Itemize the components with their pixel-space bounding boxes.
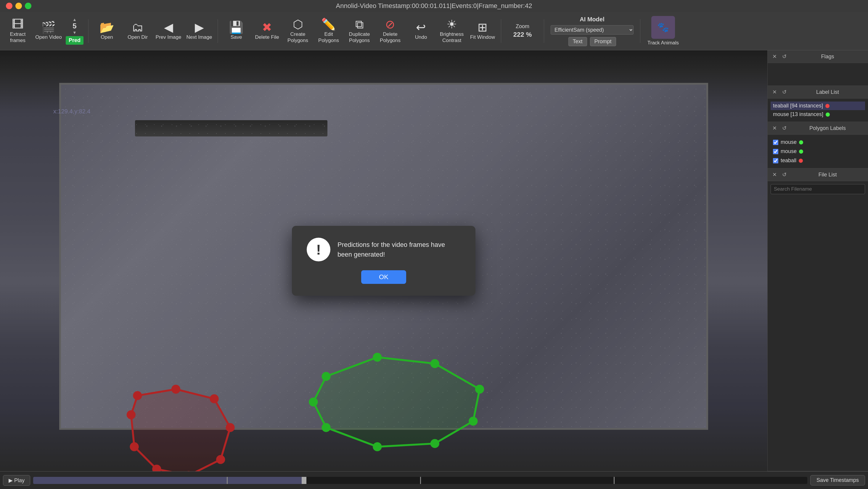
open-video-icon: 🎬 <box>41 21 56 33</box>
label-item-mouse[interactable]: mouse [13 instances] <box>771 110 865 119</box>
polygon-labels-refresh-button[interactable]: ↺ <box>781 124 788 132</box>
flags-close-button[interactable]: ✕ <box>771 53 778 60</box>
teaball-color-dot <box>825 104 830 108</box>
save-icon: 💾 <box>229 21 244 33</box>
timeline-thumb[interactable] <box>302 477 306 484</box>
poly-dot-teaball <box>799 159 803 163</box>
file-list-panel: ✕ ↺ File List <box>768 169 868 471</box>
file-list-refresh-button[interactable]: ↺ <box>781 171 788 179</box>
timeline-marker-10: 10 <box>227 477 228 484</box>
next-image-button[interactable]: ▶ Next Image <box>184 15 214 48</box>
open-dir-button[interactable]: 🗂 Open Dir <box>123 15 152 48</box>
toolbar-group-left: 🎞 Extract frames 🎬 Open Video ▲ 5 ▼ Pred <box>3 15 85 48</box>
poly-check-teaball[interactable] <box>773 158 778 163</box>
dialog-message: Predictions for the video frames have be… <box>338 240 461 259</box>
open-button[interactable]: 📂 Open <box>92 15 122 48</box>
brightness-contrast-icon: ☀ <box>446 18 457 30</box>
poly-check-mouse-1[interactable] <box>773 140 778 145</box>
frame-stepper: ▲ 5 ▼ <box>72 17 77 35</box>
play-button[interactable]: ▶ Play <box>3 475 30 486</box>
poly-dot-mouse-2 <box>799 150 803 154</box>
timeline-track[interactable]: 10 20 30 40 <box>33 477 807 484</box>
delete-polygons-button[interactable]: ⊘ Delete Polygons <box>375 15 405 48</box>
dialog-box: ! Predictions for the video frames have … <box>292 226 475 296</box>
open-icon: 📂 <box>99 21 114 33</box>
maximize-button[interactable] <box>25 3 31 9</box>
extract-frames-icon: 🎞 <box>12 18 24 30</box>
text-button[interactable]: Text <box>568 37 587 46</box>
delete-file-icon: ✖ <box>262 21 272 33</box>
ai-model-section: AI Model EfficientSam (speed)SAM2Groundi… <box>548 16 637 46</box>
flags-panel-header: ✕ ↺ Flags <box>768 50 868 63</box>
open-video-button[interactable]: 🎬 Open Video <box>34 15 63 48</box>
dialog-overlay: ! Predictions for the video frames have … <box>0 50 767 471</box>
fit-window-button[interactable]: ⊞ Fit Window <box>468 15 497 48</box>
close-button[interactable] <box>6 3 12 9</box>
label-list-panel-header: ✕ ↺ Label List <box>768 86 868 98</box>
file-search-input[interactable] <box>771 184 865 194</box>
zoom-label: Zoom <box>516 23 529 30</box>
file-list-panel-header: ✕ ↺ File List <box>768 169 868 181</box>
window-title: Annolid-Video Timestamp:00:00:01.011|Eve… <box>336 2 532 10</box>
file-list-close-button[interactable]: ✕ <box>771 171 778 179</box>
prev-image-button[interactable]: ◀ Prev Image <box>154 15 183 48</box>
polygon-labels-close-button[interactable]: ✕ <box>771 124 778 132</box>
canvas-area[interactable]: x:129.4,y:82.4 <box>0 50 767 471</box>
timeline-fill <box>33 477 304 484</box>
edit-polygons-button[interactable]: ✏️ Edit Polygons <box>314 15 343 48</box>
poly-item-mouse-1: mouse <box>771 137 865 147</box>
duplicate-polygons-icon: ⧉ <box>355 18 364 30</box>
sep5 <box>640 19 640 43</box>
create-polygons-button[interactable]: ⬡ Create Polygons <box>283 15 313 48</box>
label-item-teaball[interactable]: teaball [94 instances] <box>771 101 865 110</box>
undo-button[interactable]: ↩ Undo <box>406 15 436 48</box>
file-list-panel-content <box>768 181 868 471</box>
zoom-section: Zoom 222 % <box>505 23 540 38</box>
save-button[interactable]: 💾 Save <box>221 15 251 48</box>
sep1 <box>88 19 89 43</box>
poly-label-mouse-2: mouse <box>781 148 797 154</box>
open-dir-icon: 🗂 <box>132 21 144 33</box>
dialog-ok-button[interactable]: OK <box>361 270 406 284</box>
poly-label-mouse-1: mouse <box>781 139 797 145</box>
window-controls <box>6 3 31 9</box>
poly-label-teaball: teaball <box>781 157 796 164</box>
label-list-refresh-button[interactable]: ↺ <box>781 88 788 96</box>
edit-polygons-icon: ✏️ <box>321 18 336 30</box>
create-polygons-icon: ⬡ <box>293 18 303 30</box>
flags-panel-title: Flags <box>791 54 864 60</box>
track-animals-button[interactable]: 🐾 Track Animals <box>644 15 682 48</box>
save-timestamps-button[interactable]: Save Timestamps <box>810 475 865 485</box>
brightness-contrast-button[interactable]: ☀ Brightness Contrast <box>437 15 467 48</box>
duplicate-polygons-button[interactable]: ⧉ Duplicate Polygons <box>345 15 374 48</box>
minimize-button[interactable] <box>16 3 22 9</box>
dialog-content: ! Predictions for the video frames have … <box>307 238 461 262</box>
undo-icon: ↩ <box>416 21 426 33</box>
open-video-label: Open Video <box>35 34 62 40</box>
flags-panel-content <box>768 63 868 75</box>
prompt-button[interactable]: Prompt <box>590 37 616 46</box>
track-animals-icon: 🐾 <box>651 16 675 39</box>
label-list-close-button[interactable]: ✕ <box>771 88 778 96</box>
poly-check-mouse-2[interactable] <box>773 149 778 154</box>
poly-item-teaball: teaball <box>771 156 865 165</box>
fit-window-icon: ⊞ <box>477 21 488 33</box>
extract-frames-button[interactable]: 🎞 Extract frames <box>3 15 33 48</box>
titlebar: Annolid-Video Timestamp:00:00:01.011|Eve… <box>0 0 868 12</box>
next-arrow-icon: ▶ <box>195 21 204 33</box>
delete-file-button[interactable]: ✖ Delete File <box>252 15 282 48</box>
flags-panel: ✕ ↺ Flags <box>768 50 868 86</box>
polygon-labels-panel-title: Polygon Labels <box>791 125 864 131</box>
toolbar: 🎞 Extract frames 🎬 Open Video ▲ 5 ▼ Pred… <box>0 12 868 50</box>
delete-polygons-icon: ⊘ <box>385 18 395 30</box>
prev-arrow-icon: ◀ <box>164 21 173 33</box>
timeline-marker-20: 20 <box>420 477 421 484</box>
toolbar-group-open: 📂 Open 🗂 Open Dir ◀ Prev Image ▶ Next Im… <box>92 15 214 48</box>
file-list-panel-title: File List <box>791 172 864 178</box>
polygon-labels-panel-header: ✕ ↺ Polygon Labels <box>768 122 868 135</box>
flags-refresh-button[interactable]: ↺ <box>781 53 788 60</box>
ai-model-select[interactable]: EfficientSam (speed)SAM2GroundingDINO <box>551 25 633 35</box>
main-area: x:129.4,y:82.4 <box>0 50 868 471</box>
track-animals-label: Track Animals <box>647 40 679 46</box>
poly-item-mouse-2: mouse <box>771 147 865 156</box>
